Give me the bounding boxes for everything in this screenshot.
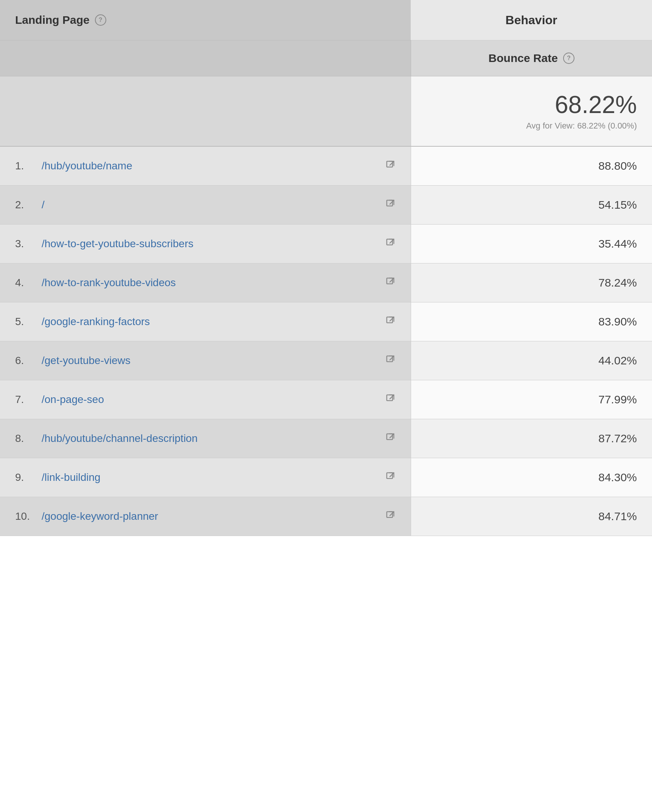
landing-page-header: Landing Page ? [0, 0, 411, 40]
svg-rect-10 [387, 356, 392, 362]
landing-page-cell: 7./on-page-seo [0, 380, 411, 419]
bounce-rate-cell: 88.80% [411, 146, 652, 186]
external-link-icon[interactable] [385, 471, 396, 484]
landing-page-link[interactable]: /how-to-get-youtube-subscribers [42, 238, 377, 250]
landing-page-link[interactable]: /hub/youtube/name [42, 160, 377, 172]
row-number: 6. [15, 355, 34, 367]
landing-page-cell: 2./ [0, 186, 411, 225]
external-link-icon[interactable] [385, 237, 396, 250]
table-row: 3./how-to-get-youtube-subscribers 35.44% [0, 225, 652, 263]
bounce-rate-cell: 84.30% [411, 458, 652, 497]
external-link-icon[interactable] [385, 393, 396, 406]
table-row: 7./on-page-seo 77.99% [0, 380, 652, 419]
row-number: 10. [15, 510, 34, 522]
landing-page-link[interactable]: / [42, 199, 377, 211]
row-number: 8. [15, 432, 34, 445]
landing-page-link[interactable]: /on-page-seo [42, 394, 377, 406]
summary-bounce-avg: Avg for View: 68.22% (0.00%) [426, 121, 637, 131]
external-link-icon[interactable] [385, 315, 396, 328]
table-row: 9./link-building 84.30% [0, 458, 652, 497]
table-row: 10./google-keyword-planner 84.71% [0, 497, 652, 536]
svg-rect-18 [387, 512, 392, 518]
landing-page-link[interactable]: /get-youtube-views [42, 355, 377, 367]
bounce-rate-cell: 83.90% [411, 302, 652, 341]
row-number: 9. [15, 471, 34, 483]
summary-bounce-cell: 68.22% Avg for View: 68.22% (0.00%) [411, 76, 652, 147]
summary-row: 68.22% Avg for View: 68.22% (0.00%) [0, 76, 652, 147]
svg-rect-12 [387, 395, 392, 401]
svg-line-5 [390, 239, 394, 243]
row-number: 3. [15, 238, 34, 250]
table-row: 4./how-to-rank-youtube-videos 78.24% [0, 263, 652, 302]
external-link-icon[interactable] [385, 510, 396, 523]
landing-page-cell: 10./google-keyword-planner [0, 497, 411, 536]
svg-line-1 [390, 161, 394, 166]
svg-rect-8 [387, 317, 392, 323]
svg-line-19 [390, 512, 394, 516]
landing-page-cell: 1./hub/youtube/name [0, 146, 411, 186]
landing-page-cell: 4./how-to-rank-youtube-videos [0, 263, 411, 302]
landing-page-link[interactable]: /how-to-rank-youtube-videos [42, 277, 377, 289]
landing-page-cell: 5./google-ranking-factors [0, 302, 411, 341]
svg-rect-16 [387, 473, 392, 479]
bounce-rate-cell: 44.02% [411, 341, 652, 380]
bounce-rate-label: Bounce Rate [489, 52, 558, 65]
row-number: 5. [15, 316, 34, 328]
external-link-icon[interactable] [385, 160, 396, 172]
external-link-icon[interactable] [385, 198, 396, 211]
landing-page-label: Landing Page [15, 14, 90, 26]
svg-rect-6 [387, 278, 392, 284]
svg-line-17 [390, 473, 394, 477]
external-link-icon[interactable] [385, 276, 396, 289]
row-number: 4. [15, 277, 34, 289]
bounce-rate-cell: 78.24% [411, 263, 652, 302]
landing-page-cell: 3./how-to-get-youtube-subscribers [0, 225, 411, 263]
svg-line-3 [390, 200, 394, 205]
table-row: 1./hub/youtube/name 88.80% [0, 146, 652, 186]
svg-line-15 [390, 434, 394, 438]
row-number: 7. [15, 394, 34, 406]
landing-page-link[interactable]: /hub/youtube/channel-description [42, 432, 377, 445]
landing-page-link[interactable]: /link-building [42, 471, 377, 483]
landing-page-cell: 8./hub/youtube/channel-description [0, 419, 411, 458]
svg-line-11 [390, 356, 394, 360]
svg-line-13 [390, 395, 394, 399]
bounce-rate-cell: 87.72% [411, 419, 652, 458]
bounce-rate-help-icon[interactable]: ? [563, 53, 574, 64]
external-link-icon[interactable] [385, 432, 396, 445]
landing-page-link[interactable]: /google-ranking-factors [42, 316, 377, 328]
behavior-label: Behavior [506, 13, 557, 27]
bounce-rate-header: Bounce Rate ? [411, 40, 652, 76]
landing-page-cell: 9./link-building [0, 458, 411, 497]
svg-line-7 [390, 278, 394, 282]
table-row: 8./hub/youtube/channel-description 87.72… [0, 419, 652, 458]
landing-page-link[interactable]: /google-keyword-planner [42, 510, 377, 522]
landing-page-cell: 6./get-youtube-views [0, 341, 411, 380]
svg-rect-4 [387, 239, 392, 245]
row-number: 2. [15, 199, 34, 211]
svg-line-9 [390, 317, 394, 321]
summary-landing-cell [0, 76, 411, 147]
table-row: 6./get-youtube-views 44.02% [0, 341, 652, 380]
summary-bounce-value: 68.22% [426, 91, 637, 118]
external-link-icon[interactable] [385, 354, 396, 367]
table-row: 2./ 54.15% [0, 186, 652, 225]
bounce-rate-cell: 54.15% [411, 186, 652, 225]
table-row: 5./google-ranking-factors 83.90% [0, 302, 652, 341]
svg-rect-2 [387, 200, 392, 206]
svg-rect-14 [387, 434, 392, 440]
bounce-rate-cell: 35.44% [411, 225, 652, 263]
row-number: 1. [15, 160, 34, 172]
bounce-rate-cell: 77.99% [411, 380, 652, 419]
landing-page-help-icon[interactable]: ? [95, 14, 106, 26]
svg-rect-0 [387, 161, 392, 167]
behavior-header: Behavior [411, 0, 652, 40]
bounce-rate-cell: 84.71% [411, 497, 652, 536]
